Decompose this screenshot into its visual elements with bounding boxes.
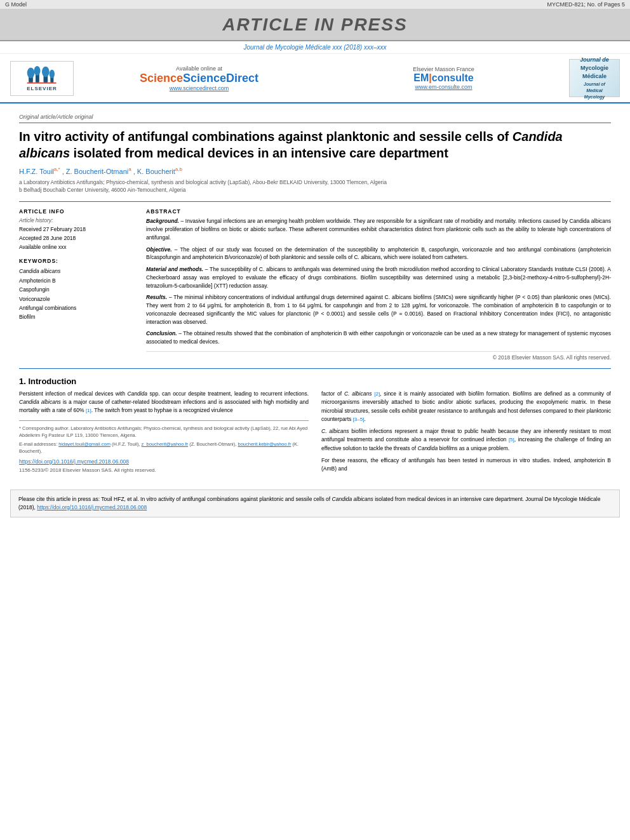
affil-a: a Laboratory Antibiotics Antifungals; Ph… [19, 179, 611, 187]
intro-body: Persistent infection of medical devices … [19, 390, 611, 477]
svg-point-3 [34, 66, 41, 76]
top-bar: G Model MYCMED-821; No. of Pages 5 [0, 0, 630, 10]
elsevier-masson-label: Elsevier Masson France [325, 66, 563, 72]
abstract-objective: Objective. – The object of our study was… [146, 246, 611, 262]
received-date: Received 27 February 2018 [19, 225, 133, 234]
abstract-results: Results. – The minimal inhibitory concen… [146, 293, 611, 326]
authors-line: H.F.Z. Touila,* , Z. Boucherit-Otmania ,… [19, 166, 611, 175]
intro-left-col: Persistent infection of medical devices … [19, 390, 309, 477]
intro-section-title: 1. Introduction [19, 377, 611, 386]
issn-line: 1156-5233/© 2018 Elsevier Masson SAS. Al… [19, 467, 309, 474]
keyword-combinations: Antifungal combinations [19, 303, 133, 312]
available-online-text: Available online at [80, 65, 318, 72]
available-date: Available online xxx [19, 243, 133, 252]
abstract-panel: ABSTRACT Background. – Invasive fungal i… [146, 208, 611, 361]
elsevier-logo: ELSEVIER [10, 61, 74, 96]
g-model-label: G Model [5, 1, 27, 8]
doi-link[interactable]: https://doi.org/10.1016/j.mycmed.2018.06… [19, 458, 309, 466]
em-consulte-logo: EM|consulte [325, 72, 563, 84]
accepted-date: Accepted 28 June 2018 [19, 234, 133, 243]
sciencedirect-url[interactable]: www.sciencedirect.com [80, 85, 318, 91]
affiliations: a Laboratory Antibiotics Antifungals; Ph… [19, 179, 611, 194]
bottom-citation-notice: Please cite this article in press as: To… [10, 490, 620, 517]
svg-rect-8 [27, 82, 57, 83]
keyword-candida: Candida albicans [19, 267, 133, 276]
keyword-vori: Voriconazole [19, 295, 133, 303]
keyword-ampho: Amphotericin B [19, 276, 133, 285]
keywords-section: Keywords: Candida albicans Amphotericin … [19, 258, 133, 322]
em-consulte-url[interactable]: www.em-consulte.com [325, 84, 563, 90]
article-in-press-banner: ARTICLE IN PRESS [0, 10, 630, 41]
footnotes-area: * Corresponding author. Laboratory Antib… [19, 420, 309, 475]
svg-point-5 [42, 66, 50, 77]
article-type: Original article/Article original [19, 114, 611, 123]
keyword-caspo: Caspofungin [19, 285, 133, 294]
elsevier-wordmark: ELSEVIER [27, 86, 57, 91]
email3-link[interactable]: boucherit.kebir@yahoo.fr [238, 441, 291, 447]
history-label: Article history: [19, 217, 133, 223]
sciencedirect-logo: ScienceScienceDirect [80, 72, 318, 85]
journal-title-bar: Journal de Mycologie Médicale xxx (2018)… [0, 41, 630, 54]
svg-point-1 [27, 67, 35, 78]
intro-right-col: factor of C. albicans [2], since it is m… [321, 390, 611, 477]
email1-link[interactable]: hidayet.touil@gmail.com [58, 441, 111, 447]
article-info-abstract: ARTICLE INFO Article history: Received 2… [19, 201, 611, 361]
email2-link[interactable]: z_boucherit@yahoo.fr [142, 441, 189, 447]
main-content: Original article/Article original In vit… [0, 103, 630, 483]
intro-para-2: factor of C. albicans [2], since it is m… [321, 390, 611, 423]
sciencedirect-section: Available online at ScienceScienceDirect… [80, 65, 318, 91]
abstract-copyright: © 2018 Elsevier Masson SAS. All rights r… [146, 351, 611, 361]
email-footnote: E-mail addresses: hidayet.touil@gmail.co… [19, 441, 309, 455]
mycologie-medecine-logo: Journal de Mycologie Médicale Journal of… [569, 59, 620, 97]
keywords-label: Keywords: [19, 258, 133, 264]
doi-bottom-link[interactable]: https://doi.org/10.1016/j.mycmed.2018.06… [37, 504, 147, 510]
abstract-methods: Material and methods. – The susceptibili… [146, 265, 611, 290]
corresponding-footnote: * Corresponding author. Laboratory Antib… [19, 425, 309, 439]
intro-para-4: For these reasons, the efficacy of antif… [321, 457, 611, 473]
intro-para-3: C. albicans biofilm infections represent… [321, 427, 611, 453]
model-number: MYCMED-821; No. of Pages 5 [547, 1, 625, 8]
affil-b: b Belhadj Bouchaib Center University, 46… [19, 187, 611, 194]
em-consulte-section: Elsevier Masson France EM|consulte www.e… [325, 66, 563, 90]
svg-point-7 [50, 69, 55, 77]
elsevier-tree-icon [26, 65, 58, 86]
abstract-conclusion: Conclusion. – The obtained results showe… [146, 330, 611, 346]
intro-para-1: Persistent infection of medical devices … [19, 390, 309, 415]
header-logos: ELSEVIER Available online at ScienceScie… [0, 54, 630, 103]
article-info-label: ARTICLE INFO [19, 208, 133, 215]
separator-line [19, 368, 611, 369]
keyword-biofilm: Biofilm [19, 312, 133, 321]
article-info-panel: ARTICLE INFO Article history: Received 2… [19, 208, 133, 361]
abstract-background: Background. – Invasive fungal infections… [146, 217, 611, 241]
abstract-label: ABSTRACT [146, 208, 611, 215]
article-title: In vitro activity of antifungal combinat… [19, 128, 611, 161]
